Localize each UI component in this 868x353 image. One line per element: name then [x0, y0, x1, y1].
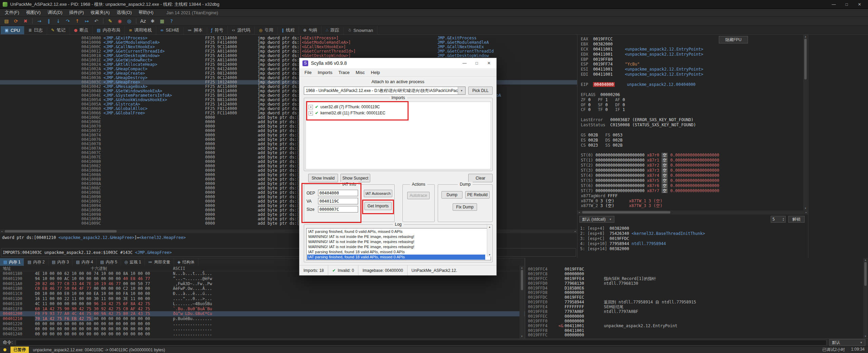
- scrollbar-thumb[interactable]: [804, 39, 807, 79]
- dump-tab-1[interactable]: ▤内存 1: [0, 258, 24, 266]
- stack-row[interactable]: 0019FFE4 FFFFFFFF SEH链结尾: [525, 305, 868, 310]
- pick-dll-button[interactable]: Pick DLL: [468, 87, 493, 95]
- scylla-menu-item[interactable]: Imports: [315, 70, 335, 75]
- expand-icon[interactable]: +: [309, 111, 313, 115]
- size-field[interactable]: [318, 206, 358, 212]
- stack-row[interactable]: 0019FFD0 77968130 ntdll.77968130: [525, 281, 868, 286]
- scylla-menu-item[interactable]: Trace: [335, 70, 353, 75]
- stack-row[interactable]: 0019FFE0 77958944 返回到 ntdll.77958914 自 n…: [525, 300, 868, 305]
- log-line[interactable]: IAT parsing finished, found 18 valid API…: [307, 255, 485, 260]
- dump-tab-4[interactable]: ▤内存 4: [73, 258, 97, 266]
- text-line[interactable]: EBX 00382000: [581, 42, 808, 47]
- tab-call-stack[interactable]: ≡调用堆栈: [125, 26, 156, 34]
- text-line[interactable]: EFLAGS 00000206: [581, 92, 808, 97]
- dump-row[interactable]: 004011A0 20 82 46 77 C0 33 44 7E 10 19 4…: [0, 281, 525, 286]
- text-line[interactable]: ES 002B DS 002B: [581, 138, 808, 143]
- tab-memory-map[interactable]: ▤内存布局: [93, 26, 124, 34]
- stack-row[interactable]: 0019FFCC 0019FFE4 指向SEH_Record[1]的指针: [525, 277, 868, 281]
- dump-row[interactable]: 004011B0 C0 E8 46 77 50 04 4F 77 00 00 0…: [0, 286, 525, 291]
- stop-icon[interactable]: ✖: [21, 17, 30, 25]
- text-line[interactable]: x87TW_2 3 (空) x87TW_3 3 (空): [581, 203, 808, 208]
- calling-convention-combo[interactable]: 默认 (stdcall)▼: [579, 216, 614, 223]
- scroll-up-arrow-icon[interactable]: ▲: [805, 35, 806, 38]
- scroll-down-arrow-icon[interactable]: ▼: [865, 335, 866, 338]
- stack-row[interactable]: 0019FFDC 0019FFEC: [525, 295, 868, 300]
- stack-row[interactable]: 0019FFFC 00000000: [525, 333, 868, 338]
- registers-vertical-scrollbar[interactable]: ▲ ▼: [803, 35, 808, 210]
- scroll-up-arrow-icon[interactable]: ▲: [521, 266, 522, 269]
- scrollbar-thumb[interactable]: [521, 270, 523, 290]
- dump-row[interactable]: 00401190 94 10 00 00 AC 10 00 00 00 00 0…: [0, 276, 525, 281]
- tab-snowman[interactable]: ☃Snowman: [344, 26, 378, 34]
- scrollbar-thumb[interactable]: [582, 211, 670, 213]
- oep-field[interactable]: [318, 190, 358, 196]
- stack-pane[interactable]: 0019FFC4 0019FF8C 0019FFC8 00000000 0019…: [525, 258, 868, 338]
- show-suspect-button[interactable]: Show Suspect: [340, 174, 370, 182]
- dump-row[interactable]: 00401200 F0 F9 93 77 A0 4C 44 75 00 9A 4…: [0, 311, 525, 316]
- get-imports-button[interactable]: Get Imports: [364, 202, 392, 210]
- text-line[interactable]: 1: [esp+4] 00382000: [580, 226, 808, 231]
- scylla-menu-item[interactable]: File: [301, 70, 315, 75]
- scroll-up-arrow-icon[interactable]: ▲: [865, 259, 866, 261]
- stack-row[interactable]: 0019FFF4 <& 00411001 unpackme_aspack2.12…: [525, 324, 868, 329]
- run-to-return-icon[interactable]: ↦: [82, 17, 91, 25]
- text-line[interactable]: ZF 0 PF 1 AF 0: [581, 97, 808, 103]
- dump-row[interactable]: 004011F0 60 1A 42 75 90 90 42 75 30 92 4…: [0, 306, 525, 312]
- open-folder-icon[interactable]: ▤: [2, 17, 11, 25]
- command-profile-combo[interactable]: 默认▼: [829, 339, 865, 346]
- stack-row[interactable]: 0019FFD4 D185B0E6: [525, 286, 868, 291]
- dump-tab-3[interactable]: ▤内存 3: [48, 258, 73, 266]
- scylla-import-module[interactable]: + ✔ user32.dll (7) FThunk: 0000119C: [306, 104, 491, 110]
- tab-seh[interactable]: ∞SEH链: [156, 26, 184, 34]
- stack-row[interactable]: 0019FFD8 00000000: [525, 291, 868, 295]
- show-invalid-button[interactable]: Show Invalid: [308, 174, 338, 182]
- text-line[interactable]: EDI 00411001 <unpackme_aspack2.12.EntryP…: [581, 72, 808, 77]
- imports-tree[interactable]: + ✔ user32.dll (7) FThunk: 0000119C + ✔ …: [305, 101, 491, 169]
- log-line[interactable]: WARNING! IAT is not inside the PE image,…: [307, 234, 485, 239]
- text-line[interactable]: [581, 87, 808, 92]
- stack-vertical-scrollbar[interactable]: ▲ ▼: [863, 258, 868, 338]
- text-line[interactable]: GS 002B FS 0053: [581, 133, 808, 138]
- hex-dump-pane[interactable]: 地址 十六进制 ASCII 00401180 4E 10 00 00 62 10…: [0, 266, 525, 338]
- text-line[interactable]: EAX 0019FFCC: [581, 37, 808, 42]
- stack-row[interactable]: 0019FFC4 0019FF8C: [525, 267, 868, 272]
- scylla-menu-item[interactable]: Help: [368, 70, 383, 75]
- text-line[interactable]: 2: [esp+8] 75426340 <kernel32.BaseThread…: [580, 231, 808, 236]
- scroll-right-arrow-icon[interactable]: ►: [806, 211, 807, 214]
- font-az-icon[interactable]: Az: [139, 17, 147, 25]
- text-line[interactable]: OF 0 SF 0 DF 0: [581, 103, 808, 108]
- tab-log[interactable]: ≣日志: [24, 26, 47, 34]
- notes-icon[interactable]: ✎: [106, 17, 115, 25]
- tab-source[interactable]: ‹›源代码: [228, 26, 255, 34]
- stack-row[interactable]: 0019FFEC 00000000: [525, 314, 868, 319]
- scroll-right-arrow-icon[interactable]: ►: [575, 230, 576, 233]
- menu-item[interactable]: 视图(V): [23, 9, 44, 16]
- scroll-left-arrow-icon[interactable]: ◄: [1, 230, 2, 233]
- log-line[interactable]: WARNING! IAT is not inside the PE image,…: [307, 239, 485, 244]
- va-field[interactable]: [318, 198, 358, 204]
- text-line[interactable]: [581, 112, 808, 117]
- scylla-close-button[interactable]: ✕: [485, 59, 493, 67]
- text-line[interactable]: CF 0 TF 0 IF 1: [581, 107, 808, 112]
- dump-row[interactable]: 00401240 00 00 00 00 00 00 00 00 00 00 0…: [0, 332, 525, 337]
- text-line[interactable]: ST(4) 00000000000000000000 x87r4 空 0.000…: [581, 173, 808, 178]
- dump-tab-5[interactable]: ▤内存 5: [97, 258, 121, 266]
- spin-down-icon[interactable]: ▼: [783, 219, 784, 221]
- scylla-menu-item[interactable]: Misc: [353, 70, 368, 75]
- scroll-down-arrow-icon[interactable]: ▼: [805, 207, 806, 210]
- menu-item[interactable]: 收藏夹(A): [87, 9, 113, 16]
- text-line[interactable]: ESI 00411001 <unpackme_aspack2.12.EntryP…: [581, 67, 808, 72]
- dump-button[interactable]: Dump: [441, 191, 462, 199]
- autotrace-button[interactable]: Autotrace: [407, 192, 430, 199]
- scroll-down-arrow-icon[interactable]: ▼: [521, 335, 522, 338]
- expand-icon[interactable]: +: [309, 105, 313, 109]
- log-list[interactable]: IAT parsing finished, found 0 valid APIs…: [306, 228, 491, 260]
- stack-row[interactable]: 0019FFC8 00000000: [525, 272, 868, 277]
- scrollbar-thumb[interactable]: [864, 262, 867, 286]
- stack-row[interactable]: 0019FFE8 7797A0BF ntdll.7797A0BF: [525, 310, 868, 314]
- text-line[interactable]: ST(6) 00000000000000000000 x87r6 空 0.000…: [581, 183, 808, 188]
- command-input[interactable]: [16, 340, 827, 346]
- text-line[interactable]: LastError 000036B7 (ERROR_SXS_KEY_NOT_FO…: [581, 117, 808, 123]
- text-line[interactable]: EDX 00411001 <unpackme_aspack2.12.EntryP…: [581, 52, 808, 57]
- settings-icon[interactable]: ✱: [148, 17, 157, 25]
